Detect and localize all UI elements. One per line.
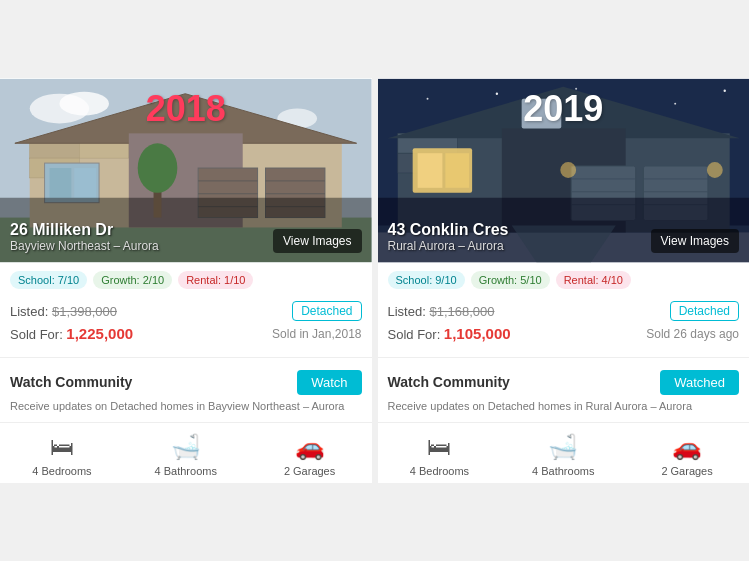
property-card-right: 2019 43 Conklin Cres Rural Aurora – Auro…	[378, 78, 750, 483]
svg-point-30	[674, 102, 676, 104]
listed-price: $1,168,000	[429, 304, 494, 319]
svg-point-25	[138, 143, 178, 193]
watch-header: Watch Community Watched	[388, 370, 740, 395]
feature-icon-2: 🚗	[295, 433, 325, 461]
rating-badge-rental: Rental: 4/10	[556, 271, 631, 289]
sold-date: Sold in Jan,2018	[272, 327, 361, 341]
feature-icon-1: 🛁	[171, 433, 201, 461]
svg-rect-41	[445, 153, 469, 188]
suburb-address: Rural Aurora – Aurora	[388, 239, 509, 253]
divider	[378, 357, 750, 358]
feature-label-0: 4 Bedrooms	[410, 465, 469, 477]
year-badge: 2019	[523, 88, 603, 130]
ratings-row: School: 9/10Growth: 5/10Rental: 4/10	[378, 263, 750, 297]
sold-date: Sold 26 days ago	[646, 327, 739, 341]
sold-label: Sold For:	[388, 327, 444, 342]
listed-label: Listed:	[388, 304, 430, 319]
sold-price: 1,225,000	[66, 325, 133, 342]
feature-label-2: 2 Garages	[284, 465, 335, 477]
feature-icon-2: 🚗	[672, 433, 702, 461]
listed-label: Listed:	[10, 304, 52, 319]
feature-label-1: 4 Bathrooms	[155, 465, 217, 477]
property-image-wrapper: 2019 43 Conklin Cres Rural Aurora – Auro…	[378, 78, 750, 263]
svg-point-2	[59, 92, 109, 116]
address-block: 26 Milliken Dr Bayview Northeast – Auror…	[10, 221, 159, 253]
property-comparison: 2018 26 Milliken Dr Bayview Northeast – …	[0, 78, 749, 483]
sold-price-label-group: Sold For: 1,225,000	[10, 325, 133, 343]
svg-point-51	[560, 162, 576, 178]
feature-item-1: 🛁 4 Bathrooms	[501, 433, 625, 477]
feature-item-2: 🚗 2 Garages	[625, 433, 749, 477]
watch-description: Receive updates on Detached homes in Rur…	[388, 399, 740, 414]
sold-price-row: Sold For: 1,225,000 Sold in Jan,2018	[10, 325, 362, 343]
property-type-badge: Detached	[670, 301, 739, 321]
ratings-row: School: 7/10Growth: 2/10Rental: 1/10	[0, 263, 372, 297]
feature-item-0: 🛏 4 Bedrooms	[0, 433, 124, 477]
listed-price-row: Listed: $1,168,000 Detached	[388, 301, 740, 321]
rating-badge-school: School: 7/10	[10, 271, 87, 289]
svg-point-28	[495, 92, 497, 94]
price-section: Listed: $1,168,000 Detached Sold For: 1,…	[378, 297, 750, 351]
features-row: 🛏 4 Bedrooms 🛁 4 Bathrooms 🚗 2 Garages	[378, 422, 750, 483]
watch-section: Watch Community Watch Receive updates on…	[0, 364, 372, 422]
suburb-address: Bayview Northeast – Aurora	[10, 239, 159, 253]
feature-label-0: 4 Bedrooms	[32, 465, 91, 477]
feature-icon-0: 🛏	[427, 433, 451, 461]
feature-label-1: 4 Bathrooms	[532, 465, 594, 477]
watch-description: Receive updates on Detached homes in Bay…	[10, 399, 362, 414]
view-images-button[interactable]: View Images	[651, 229, 739, 253]
listed-price-label-group: Listed: $1,398,000	[10, 302, 117, 320]
street-address: 43 Conklin Cres	[388, 221, 509, 239]
property-image-wrapper: 2018 26 Milliken Dr Bayview Northeast – …	[0, 78, 372, 263]
street-address: 26 Milliken Dr	[10, 221, 159, 239]
svg-point-31	[723, 89, 725, 91]
svg-rect-40	[417, 153, 442, 188]
svg-rect-14	[74, 168, 96, 198]
rating-badge-school: School: 9/10	[388, 271, 465, 289]
watch-section: Watch Community Watched Receive updates …	[378, 364, 750, 422]
watch-title: Watch Community	[388, 374, 510, 390]
rating-badge-growth: Growth: 5/10	[471, 271, 550, 289]
rating-badge-growth: Growth: 2/10	[93, 271, 172, 289]
watch-header: Watch Community Watch	[10, 370, 362, 395]
watch-button[interactable]: Watch	[297, 370, 361, 395]
svg-point-52	[706, 162, 722, 178]
view-images-button[interactable]: View Images	[273, 229, 361, 253]
feature-label-2: 2 Garages	[661, 465, 712, 477]
listed-price-row: Listed: $1,398,000 Detached	[10, 301, 362, 321]
sold-label: Sold For:	[10, 327, 66, 342]
price-section: Listed: $1,398,000 Detached Sold For: 1,…	[0, 297, 372, 351]
card-separator	[374, 78, 376, 483]
svg-rect-13	[50, 168, 72, 198]
address-block: 43 Conklin Cres Rural Aurora – Aurora	[388, 221, 509, 253]
feature-icon-0: 🛏	[50, 433, 74, 461]
features-row: 🛏 4 Bedrooms 🛁 4 Bathrooms 🚗 2 Garages	[0, 422, 372, 483]
year-badge: 2018	[146, 88, 226, 130]
listed-price-label-group: Listed: $1,168,000	[388, 302, 495, 320]
svg-point-27	[426, 97, 428, 99]
watch-title: Watch Community	[10, 374, 132, 390]
divider	[0, 357, 372, 358]
feature-icon-1: 🛁	[548, 433, 578, 461]
property-card-left: 2018 26 Milliken Dr Bayview Northeast – …	[0, 78, 372, 483]
sold-price-label-group: Sold For: 1,105,000	[388, 325, 511, 343]
property-type-badge: Detached	[292, 301, 361, 321]
feature-item-2: 🚗 2 Garages	[248, 433, 372, 477]
rating-badge-rental: Rental: 1/10	[178, 271, 253, 289]
feature-item-0: 🛏 4 Bedrooms	[378, 433, 502, 477]
sold-price-row: Sold For: 1,105,000 Sold 26 days ago	[388, 325, 740, 343]
sold-price: 1,105,000	[444, 325, 511, 342]
feature-item-1: 🛁 4 Bathrooms	[124, 433, 248, 477]
watch-button[interactable]: Watched	[660, 370, 739, 395]
listed-price: $1,398,000	[52, 304, 117, 319]
